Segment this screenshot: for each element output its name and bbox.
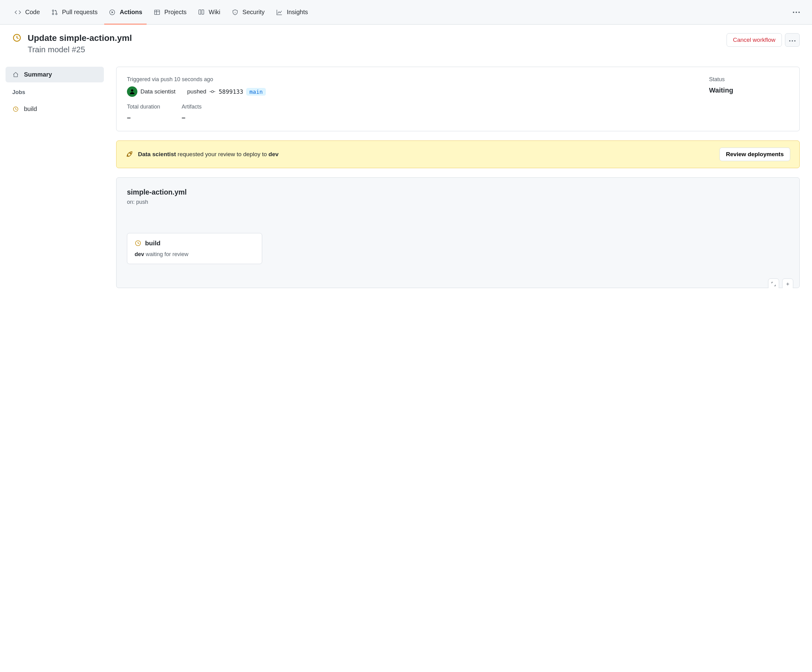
rocket-icon [126, 150, 134, 159]
cancel-workflow-button[interactable]: Cancel workflow [727, 33, 782, 47]
tab-security[interactable]: Security [227, 5, 269, 19]
tab-code[interactable]: Code [10, 5, 44, 19]
duration-label: Total duration [127, 104, 160, 110]
tab-wiki-label: Wiki [209, 9, 220, 16]
tab-insights[interactable]: Insights [271, 5, 312, 19]
graph-icon [276, 9, 283, 16]
clock-icon [12, 33, 22, 43]
tab-code-label: Code [25, 9, 40, 16]
svg-point-18 [131, 89, 133, 92]
workflow-trigger: on: push [127, 199, 789, 205]
svg-point-14 [789, 40, 790, 41]
svg-point-20 [212, 91, 213, 93]
workflow-graph: simple-action.yml on: push build dev wai… [116, 177, 800, 288]
table-icon [154, 9, 161, 16]
tab-pulls[interactable]: Pull requests [47, 5, 102, 19]
play-circle-icon [109, 9, 116, 16]
svg-point-10 [793, 11, 795, 13]
tab-projects-label: Projects [164, 9, 186, 16]
commit-icon [209, 89, 215, 94]
commit-sha[interactable]: 5899133 [218, 88, 243, 95]
svg-point-8 [235, 11, 235, 12]
summary-box: Triggered via push 10 seconds ago Data s… [116, 67, 800, 131]
sidebar-item-label: build [24, 106, 37, 113]
review-banner: Data scientist requested your review to … [116, 140, 800, 168]
event-verb: pushed [187, 88, 206, 95]
code-icon [14, 9, 22, 16]
triggered-line: Triggered via push 10 seconds ago [127, 76, 697, 83]
tab-actions[interactable]: Actions [104, 5, 146, 19]
sidebar-jobs-heading: Jobs [5, 85, 104, 100]
sidebar-item-build[interactable]: build [5, 101, 104, 117]
artifacts-value: – [182, 114, 201, 122]
branch-tag[interactable]: main [246, 88, 266, 96]
tab-actions-label: Actions [119, 9, 142, 16]
status-value: Waiting [709, 86, 789, 94]
zoom-in-button[interactable] [782, 278, 793, 288]
review-deployments-button[interactable]: Review deployments [720, 148, 790, 161]
book-icon [198, 9, 205, 16]
tab-wiki[interactable]: Wiki [193, 5, 225, 19]
job-card-build[interactable]: build dev waiting for review [127, 233, 262, 264]
svg-point-2 [56, 13, 57, 15]
banner-text: Data scientist requested your review to … [138, 151, 715, 158]
clock-icon [135, 240, 142, 247]
duration-value: – [127, 114, 160, 122]
svg-point-11 [796, 11, 797, 13]
svg-point-15 [792, 40, 793, 41]
sidebar-item-label: Summary [24, 71, 52, 78]
run-overflow-button[interactable] [785, 33, 800, 47]
shield-icon [232, 9, 239, 16]
avatar [127, 86, 137, 97]
tab-pulls-label: Pull requests [62, 9, 98, 16]
status-label: Status [709, 76, 789, 83]
repo-tabs: Code Pull requests Actions Projects Wiki… [0, 0, 812, 25]
svg-point-16 [794, 40, 795, 41]
clock-icon [12, 106, 19, 113]
svg-marker-4 [112, 11, 114, 13]
actor-name[interactable]: Data scientist [140, 88, 176, 95]
run-header: Update simple-action.yml Train model #25… [0, 25, 812, 55]
svg-point-22 [130, 153, 131, 154]
artifacts-label: Artifacts [182, 104, 201, 110]
tab-security-label: Security [242, 9, 264, 16]
svg-rect-5 [155, 10, 160, 14]
run-subtitle: Train model #25 [28, 45, 132, 55]
nav-overflow-button[interactable] [790, 7, 802, 18]
sidebar: Summary Jobs build [5, 67, 104, 119]
svg-point-0 [52, 10, 54, 11]
svg-point-1 [52, 13, 54, 15]
job-status-line: dev waiting for review [135, 251, 254, 258]
run-title: Update simple-action.yml [28, 33, 132, 43]
tab-projects[interactable]: Projects [149, 5, 191, 19]
job-name: build [145, 239, 160, 247]
sidebar-item-summary[interactable]: Summary [5, 67, 104, 82]
home-icon [12, 71, 19, 78]
git-pull-request-icon [51, 9, 58, 16]
fullscreen-button[interactable] [768, 278, 779, 288]
workflow-file: simple-action.yml [127, 188, 789, 196]
tab-insights-label: Insights [287, 9, 308, 16]
svg-point-12 [798, 11, 800, 13]
